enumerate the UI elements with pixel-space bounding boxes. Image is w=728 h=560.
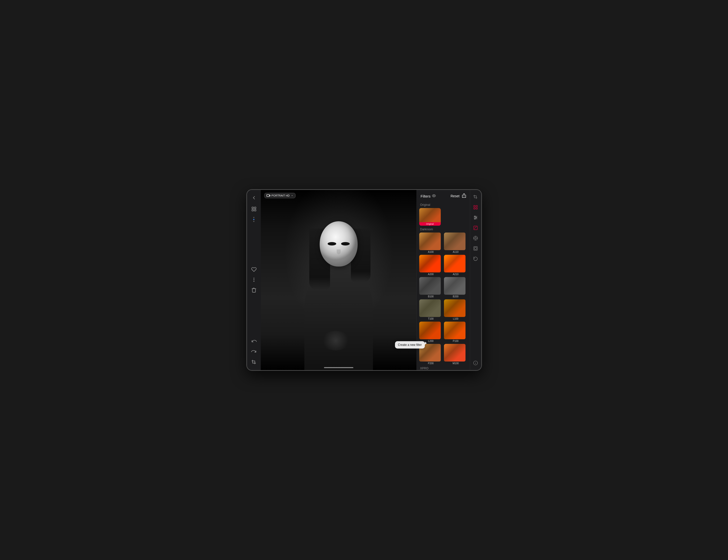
svg-rect-12 <box>476 208 477 209</box>
filter-a100[interactable]: A100 <box>419 233 443 253</box>
tooltip-text: Create a new filter <box>398 343 422 346</box>
reset-button[interactable]: Reset <box>451 194 460 198</box>
main-photo-area: PORTRAIT HD <box>261 190 417 370</box>
share-icon[interactable] <box>462 193 466 199</box>
filter-l200[interactable]: L200 <box>419 321 443 342</box>
more-icon[interactable] <box>250 276 258 284</box>
filter-t100-label: T100 <box>419 317 443 320</box>
undo-icon[interactable] <box>250 337 258 346</box>
redo-icon[interactable] <box>250 347 258 356</box>
dot-1 <box>253 217 254 218</box>
svg-point-18 <box>474 218 475 219</box>
filter-b200[interactable]: B200 <box>444 277 467 298</box>
filter-a210-label: A210 <box>444 273 467 276</box>
filters-tab: Filters <box>421 194 436 198</box>
info-tool[interactable] <box>471 359 480 367</box>
ipad-frame: PORTRAIT HD <box>247 190 482 370</box>
photo-header: PORTRAIT HD <box>264 193 296 198</box>
filter-a110[interactable]: A110 <box>444 233 467 253</box>
crop-tool[interactable] <box>471 193 480 201</box>
left-sidebar <box>247 190 261 370</box>
svg-point-21 <box>475 238 477 239</box>
svg-rect-10 <box>476 206 477 207</box>
svg-point-8 <box>433 195 434 196</box>
svg-point-5 <box>254 278 254 278</box>
crop-sidebar-icon[interactable] <box>250 358 258 367</box>
darkroom-filter-grid: A100 A110 A200 A210 <box>419 233 467 365</box>
filter-p100[interactable]: P100 <box>444 321 467 342</box>
filter-tool[interactable] <box>471 203 480 212</box>
filter-a200-label: A200 <box>419 273 443 276</box>
curves-tool[interactable] <box>471 224 480 232</box>
svg-point-16 <box>474 216 475 217</box>
svg-point-17 <box>476 217 477 218</box>
filter-a200[interactable]: A200 <box>419 255 443 276</box>
svg-rect-0 <box>252 207 253 209</box>
portrait-badge[interactable]: PORTRAIT HD <box>264 193 296 198</box>
darkroom-section-label: Darkroom <box>420 228 466 231</box>
svg-rect-9 <box>474 206 475 207</box>
portrait-label: PORTRAIT HD <box>272 194 290 197</box>
eye-icon[interactable] <box>432 194 436 198</box>
svg-rect-1 <box>254 207 256 209</box>
back-button[interactable] <box>250 193 258 202</box>
filter-b100-label: B100 <box>419 295 443 298</box>
filters-label[interactable]: Filters <box>421 194 431 198</box>
screen: PORTRAIT HD <box>247 190 481 370</box>
svg-rect-11 <box>474 208 475 209</box>
xpro-section-label: XPRO <box>420 367 466 370</box>
panels-icon[interactable] <box>250 205 258 214</box>
filter-a210[interactable]: A210 <box>444 255 467 276</box>
dot-3 <box>253 221 254 222</box>
heart-icon[interactable] <box>250 265 258 274</box>
right-tools-panel <box>470 190 481 370</box>
sidebar-dots <box>253 217 254 222</box>
tooltip-bubble: Create a new filter <box>395 341 425 348</box>
original-badge: Original <box>419 222 441 226</box>
svg-point-4 <box>254 280 254 280</box>
photo-canvas <box>261 190 417 370</box>
trash-icon[interactable] <box>250 285 258 294</box>
filter-t100[interactable]: T100 <box>419 299 443 320</box>
filter-m100[interactable]: M100 <box>444 344 467 365</box>
svg-rect-2 <box>252 210 253 211</box>
history-tool[interactable] <box>471 255 480 263</box>
filter-l100-label: L100 <box>444 317 467 320</box>
svg-rect-19 <box>474 226 477 230</box>
retouch-tool[interactable] <box>471 234 480 242</box>
svg-point-6 <box>254 281 254 281</box>
sliders-tool[interactable] <box>471 214 480 222</box>
filter-p100-label: P100 <box>444 340 467 342</box>
original-section-label: Original <box>420 203 466 207</box>
filter-a110-label: A110 <box>444 251 467 253</box>
svg-rect-3 <box>254 210 256 211</box>
filter-b200-label: B200 <box>444 295 467 298</box>
filter-p200-label: P200 <box>419 362 443 365</box>
svg-rect-26 <box>474 247 477 251</box>
filter-l100[interactable]: L100 <box>444 299 467 320</box>
filter-m100-label: M100 <box>444 362 467 365</box>
panel-header: Filters Reset <box>417 190 470 201</box>
svg-rect-27 <box>475 248 477 250</box>
filter-a100-label: A100 <box>419 251 443 253</box>
dot-2 <box>253 219 254 220</box>
svg-rect-7 <box>267 195 269 197</box>
filter-original[interactable]: Original <box>419 208 441 226</box>
home-indicator <box>324 367 353 368</box>
filter-b100[interactable]: B100 <box>419 277 443 298</box>
frames-tool[interactable] <box>471 244 480 253</box>
